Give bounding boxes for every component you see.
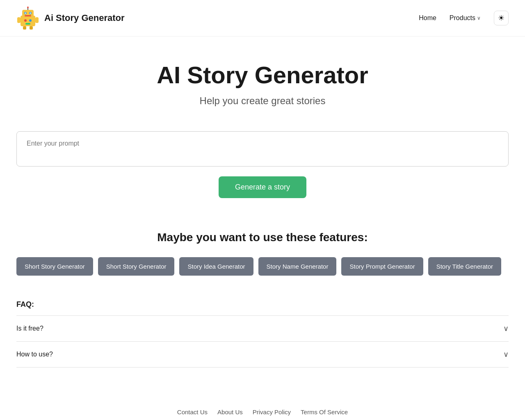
footer-link[interactable]: Privacy Policy [253,409,291,415]
faq-item[interactable]: Is it free?∨ [16,315,509,341]
chevron-down-icon: ∨ [477,15,481,21]
logo[interactable]: Ai Story Generator [16,7,125,30]
chevron-down-icon: ∨ [503,350,509,359]
faq-question: Is it free? [16,325,43,332]
nav-home[interactable]: Home [419,14,436,22]
feature-tag[interactable]: Story Idea Generator [179,257,253,276]
generate-button[interactable]: Generate a story [219,176,306,198]
logo-icon [16,7,39,30]
faq-section: FAQ: Is it free?∨How to use?∨ [16,300,509,368]
feature-tag[interactable]: Story Prompt Generator [341,257,423,276]
feature-tag[interactable]: Story Title Generator [428,257,501,276]
faq-label: FAQ: [16,300,509,309]
feature-tag[interactable]: Short Story Generator [98,257,175,276]
prompt-container [16,131,509,167]
faq-question: How to use? [16,351,53,358]
prompt-input[interactable] [27,140,498,156]
chevron-down-icon: ∨ [503,324,509,333]
features-title: Maybe you want to use these features: [16,231,509,244]
svg-rect-13 [35,17,39,23]
svg-rect-14 [23,26,26,30]
hero-subtitle: Help you create great stories [200,95,326,107]
feature-tag[interactable]: Short Story Generator [16,257,93,276]
svg-point-3 [27,7,29,8]
svg-point-9 [24,19,27,22]
features-section: Maybe you want to use these features: Sh… [16,231,509,300]
theme-toggle-button[interactable]: ☀ [494,11,509,25]
footer-link[interactable]: Contact Us [177,409,208,415]
svg-point-7 [30,13,31,14]
feature-tag[interactable]: Story Name Generator [258,257,337,276]
nav-products-label: Products [450,14,475,22]
sun-icon: ☀ [498,14,504,23]
features-tags: Short Story GeneratorShort Story Generat… [16,257,509,276]
faq-item[interactable]: How to use?∨ [16,341,509,368]
footer-link[interactable]: Terms Of Service [301,409,348,415]
svg-rect-11 [25,23,30,25]
footer: Contact UsAbout UsPrivacy PolicyTerms Of… [0,384,525,420]
svg-point-10 [29,19,32,22]
svg-rect-8 [25,15,31,16]
svg-rect-15 [30,26,33,30]
svg-rect-12 [17,17,21,23]
page-title: AI Story Generator [157,61,368,89]
footer-link[interactable]: About Us [217,409,243,415]
nav-products[interactable]: Products ∨ [450,14,481,22]
svg-point-6 [25,13,26,14]
footer-links: Contact UsAbout UsPrivacy PolicyTerms Of… [16,409,509,415]
logo-text: Ai Story Generator [44,13,125,23]
main-nav: Home Products ∨ ☀ [419,11,509,25]
